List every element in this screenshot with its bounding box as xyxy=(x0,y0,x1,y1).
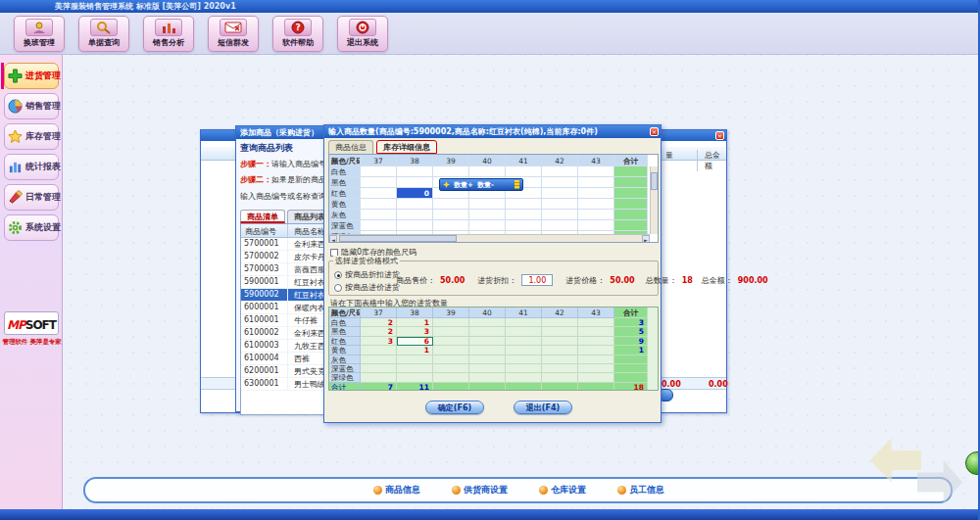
entry-cell[interactable] xyxy=(433,364,469,373)
entry-cell[interactable]: 1 xyxy=(397,318,433,327)
entry-cell[interactable] xyxy=(506,373,542,382)
entry-cell[interactable] xyxy=(578,337,614,346)
entry-cell[interactable]: 3 xyxy=(397,327,433,336)
exit-button[interactable]: 退出(F4) xyxy=(514,401,572,414)
entry-cell[interactable] xyxy=(433,355,469,364)
entry-cell[interactable] xyxy=(433,318,469,327)
entry-cell[interactable] xyxy=(506,327,542,336)
quick-assist-button[interactable] xyxy=(965,451,980,475)
toolbar-grip-icon[interactable] xyxy=(514,180,519,189)
close-icon[interactable]: × xyxy=(650,127,659,136)
entry-cell[interactable] xyxy=(433,373,469,382)
toolbar-button-user[interactable]: 换班管理 xyxy=(14,16,65,52)
stock-cell[interactable] xyxy=(542,166,578,177)
stock-cell[interactable] xyxy=(433,199,469,210)
tab-product-list[interactable]: 商品清单 xyxy=(240,210,285,223)
stock-cell[interactable] xyxy=(542,210,578,220)
stock-cell[interactable] xyxy=(506,166,542,177)
entry-cell[interactable] xyxy=(361,346,397,355)
stock-cell[interactable] xyxy=(397,177,433,188)
bottom-link-供货商设置[interactable]: 供货商设置 xyxy=(452,484,508,496)
radio-cost-mode[interactable]: 按商品进价进货 xyxy=(334,282,400,293)
stock-cell[interactable] xyxy=(506,220,542,231)
entry-cell[interactable] xyxy=(397,355,433,364)
entry-cell[interactable] xyxy=(469,346,506,355)
stock-cell[interactable] xyxy=(361,199,397,210)
entry-cell[interactable] xyxy=(578,346,614,355)
scroll-right-icon[interactable]: ► xyxy=(642,235,650,243)
entry-cell[interactable] xyxy=(578,355,614,364)
bottom-link-商品信息[interactable]: 商品信息 xyxy=(373,484,420,496)
entry-cell[interactable] xyxy=(433,346,469,355)
entry-cell[interactable] xyxy=(469,318,506,327)
stock-cell[interactable] xyxy=(542,177,578,188)
toolbar-button-sms[interactable]: 短信群发 xyxy=(208,16,259,52)
entry-cell[interactable]: 2 xyxy=(361,318,397,327)
entry-cell[interactable] xyxy=(506,318,542,327)
entry-cell[interactable] xyxy=(469,373,506,382)
entry-cell[interactable] xyxy=(397,364,433,373)
entry-cell[interactable] xyxy=(542,318,578,327)
entry-cell[interactable] xyxy=(542,364,578,373)
scrollbar-thumb[interactable] xyxy=(651,172,658,190)
stock-cell[interactable] xyxy=(469,166,506,177)
ok-button[interactable]: 确定(F6) xyxy=(425,401,484,414)
stock-cell[interactable] xyxy=(578,199,614,210)
stock-cell[interactable] xyxy=(397,199,433,210)
entry-cell[interactable] xyxy=(469,327,506,336)
stock-cell[interactable]: 0 xyxy=(397,188,433,199)
entry-cell[interactable]: 2 xyxy=(361,327,397,336)
sidebar-item-star[interactable]: 库存管理 xyxy=(4,123,59,150)
radio-icon[interactable] xyxy=(334,271,342,279)
stock-cell[interactable] xyxy=(469,199,506,210)
stock-cell[interactable] xyxy=(506,199,542,210)
stock-cell[interactable] xyxy=(361,177,397,188)
entry-cell[interactable] xyxy=(433,327,469,336)
entry-cell[interactable] xyxy=(469,355,506,364)
stock-cell[interactable] xyxy=(578,210,614,220)
sidebar-item-gear[interactable]: 系统设置 xyxy=(4,214,59,241)
stock-cell[interactable] xyxy=(469,220,506,231)
entry-cell[interactable] xyxy=(469,337,506,346)
stock-cell[interactable] xyxy=(397,220,433,231)
entry-cell[interactable] xyxy=(506,364,542,373)
entry-cell[interactable] xyxy=(578,373,614,382)
entry-cell[interactable] xyxy=(433,337,469,346)
horizontal-scrollbar[interactable]: ◄ ► xyxy=(329,234,650,242)
close-icon[interactable]: × xyxy=(715,131,724,140)
entry-cell[interactable] xyxy=(361,373,397,382)
radio-icon[interactable] xyxy=(334,284,342,292)
sidebar-item-pie[interactable]: 销售管理 xyxy=(4,93,59,119)
entry-cell[interactable] xyxy=(542,337,578,346)
toolbar-button-chart[interactable]: 销售分析 xyxy=(143,16,194,52)
quantity-dialog-titlebar[interactable]: 输入商品数量(商品编号:5900002,商品名称:红豆衬衣(纯棉),当前库存:0… xyxy=(324,125,661,138)
stock-cell[interactable] xyxy=(542,188,578,199)
toolbar-button-exit[interactable]: 退出系统 xyxy=(337,16,388,52)
stock-cell[interactable] xyxy=(433,220,469,231)
entry-cell[interactable] xyxy=(506,346,542,355)
entry-cell[interactable] xyxy=(506,355,542,364)
sidebar-item-brush[interactable]: 日常管理 xyxy=(4,184,59,211)
stock-cell[interactable] xyxy=(469,210,506,220)
stock-cell[interactable] xyxy=(506,210,542,220)
stock-cell[interactable] xyxy=(361,220,397,231)
bottom-link-员工信息[interactable]: 员工信息 xyxy=(617,484,664,496)
stock-cell[interactable] xyxy=(361,210,397,220)
tab-product-info[interactable]: 商品信息 xyxy=(328,140,373,154)
entry-cell[interactable]: 1 xyxy=(397,346,433,355)
entry-cell[interactable] xyxy=(542,355,578,364)
stock-cell[interactable] xyxy=(361,188,397,199)
scroll-left-icon[interactable]: ◄ xyxy=(329,235,337,243)
toolbar-button-search[interactable]: 单据查询 xyxy=(78,16,129,52)
entry-cell[interactable] xyxy=(578,318,614,327)
stock-cell[interactable] xyxy=(542,199,578,210)
stock-cell[interactable] xyxy=(433,166,469,177)
tab-stock-detail[interactable]: 库存详细信息 xyxy=(376,140,437,154)
qty-plus-button[interactable]: 数量+ xyxy=(454,180,473,190)
stock-cell[interactable] xyxy=(578,188,614,199)
sidebar-item-plus[interactable]: 进货管理 xyxy=(4,63,59,89)
entry-cell[interactable] xyxy=(578,327,614,336)
entry-cell[interactable] xyxy=(469,364,506,373)
vertical-scrollbar[interactable] xyxy=(650,166,658,234)
entry-cell[interactable] xyxy=(361,355,397,364)
